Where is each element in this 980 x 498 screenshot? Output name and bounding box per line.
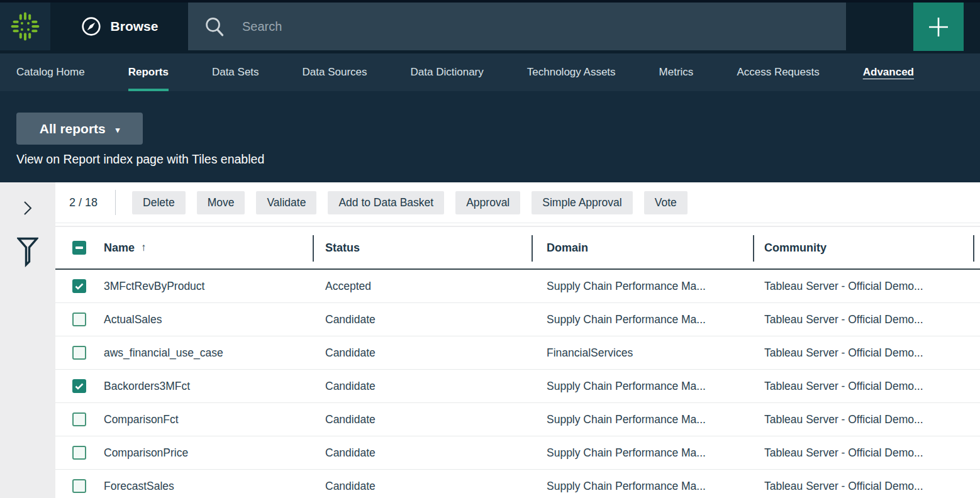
table-row[interactable]: Backorders3MFct Candidate Supply Chain P… (55, 370, 980, 403)
compass-icon (81, 16, 102, 37)
row-checkbox[interactable] (72, 479, 86, 493)
table-row[interactable]: ComparisonPrice Candidate Supply Chain P… (55, 436, 980, 470)
cell-community: Tableau Server - Official Demo... (753, 413, 974, 426)
cell-community: Tableau Server - Official Demo... (753, 480, 974, 493)
toolbar-button-vote[interactable]: Vote (644, 191, 688, 214)
table-row[interactable]: 3MFctRevByProduct Accepted Supply Chain … (55, 270, 980, 303)
cell-name[interactable]: 3MFctRevByProduct (104, 280, 313, 293)
row-checkbox[interactable] (72, 446, 86, 460)
column-label-name: Name (104, 241, 135, 255)
nav-tab-label: Access Requests (737, 66, 819, 79)
collibra-logo-icon (9, 10, 42, 43)
indeterminate-icon (75, 246, 83, 249)
cell-status: Candidate (313, 413, 532, 426)
table-row[interactable]: ComparisonFct Candidate Supply Chain Per… (55, 403, 980, 436)
tab-metrics[interactable]: Metrics (659, 53, 694, 91)
toolbar-button-move[interactable]: Move (197, 191, 245, 214)
toolbar-button-validate[interactable]: Validate (256, 191, 316, 214)
header-cell-domain[interactable]: Domain (532, 227, 753, 268)
sidebar-expand-button[interactable] (19, 197, 36, 221)
chevron-down-icon: ▾ (116, 125, 120, 135)
table-row[interactable]: ForecastSales Candidate Supply Chain Per… (55, 470, 980, 498)
column-label-community: Community (764, 241, 827, 255)
toolbar-button-simple-approval[interactable]: Simple Approval (532, 191, 632, 214)
cell-domain: Supply Chain Performance Ma... (532, 313, 753, 326)
nav-tab-label: Data Sources (303, 66, 367, 79)
row-checkbox[interactable] (72, 412, 86, 426)
nav-tab-label: Catalog Home (16, 66, 85, 79)
app-logo[interactable] (0, 3, 50, 50)
browse-menu[interactable]: Browse (50, 3, 188, 50)
cell-name[interactable]: aws_financial_use_case (104, 346, 313, 360)
column-label-domain: Domain (547, 241, 588, 255)
cell-community: Tableau Server - Official Demo... (753, 313, 974, 326)
nav-tab-label: Data Sets (212, 66, 259, 79)
table-row[interactable]: ActualSales Candidate Supply Chain Perfo… (55, 303, 980, 336)
bulk-action-toolbar: 2 / 18 DeleteMoveValidateAdd to Data Bas… (55, 182, 980, 223)
cell-name[interactable]: ForecastSales (104, 480, 313, 493)
tab-data-sources[interactable]: Data Sources (303, 53, 367, 91)
search-box (188, 3, 846, 50)
cell-domain: Supply Chain Performance Ma... (532, 280, 753, 293)
cell-domain: Supply Chain Performance Ma... (532, 446, 753, 460)
cell-status: Candidate (313, 346, 532, 360)
tab-data-sets[interactable]: Data Sets (212, 53, 259, 91)
tab-technology-assets[interactable]: Technology Assets (527, 53, 616, 91)
table-body: 3MFctRevByProduct Accepted Supply Chain … (55, 270, 980, 498)
page-header: All reports ▾ View on Report index page … (0, 91, 980, 182)
cell-name[interactable]: Backorders3MFct (104, 380, 313, 393)
tab-data-dictionary[interactable]: Data Dictionary (411, 53, 484, 91)
nav-tab-label: Metrics (659, 66, 694, 79)
filter-sidebar (0, 182, 55, 498)
header-cell-name[interactable]: Name ↑ (104, 227, 313, 268)
plus-icon (926, 14, 951, 40)
tab-access-requests[interactable]: Access Requests (737, 53, 819, 91)
table-row[interactable]: aws_financial_use_case Candidate Financi… (55, 336, 980, 370)
filter-funnel-icon (17, 237, 38, 267)
toolbar-button-add-to-data-basket[interactable]: Add to Data Basket (328, 191, 444, 214)
toolbar-button-delete[interactable]: Delete (132, 191, 186, 214)
row-checkbox[interactable] (72, 379, 86, 393)
cell-domain: Supply Chain Performance Ma... (532, 380, 753, 393)
cell-domain: Supply Chain Performance Ma... (532, 413, 753, 426)
column-label-status: Status (325, 241, 360, 255)
add-asset-button[interactable] (913, 3, 964, 51)
row-checkbox[interactable] (72, 279, 86, 293)
header-cell-community[interactable]: Community (753, 227, 974, 268)
cell-name[interactable]: ComparisonPrice (104, 446, 313, 460)
cell-name[interactable]: ComparisonFct (104, 413, 313, 426)
tab-catalog-home[interactable]: Catalog Home (16, 53, 85, 91)
header-cell-status[interactable]: Status (313, 227, 532, 268)
cell-name[interactable]: ActualSales (104, 313, 313, 326)
row-checkbox[interactable] (72, 313, 86, 326)
nav-tabs: Catalog Home Reports Data Sets Data Sour… (0, 53, 980, 91)
toolbar-divider (115, 190, 116, 215)
nav-tab-label: Data Dictionary (411, 66, 484, 79)
cell-community: Tableau Server - Official Demo... (753, 280, 974, 293)
cell-status: Candidate (313, 380, 532, 393)
tab-advanced[interactable]: Advanced (863, 53, 914, 91)
topbar-spacer (846, 3, 913, 50)
filter-button[interactable] (14, 235, 41, 272)
sort-asc-icon: ↑ (141, 241, 147, 254)
row-checkbox[interactable] (72, 346, 86, 360)
tab-reports[interactable]: Reports (128, 53, 169, 91)
cell-community: Tableau Server - Official Demo... (753, 446, 974, 460)
nav-tab-label: Reports (128, 66, 169, 79)
cell-community: Tableau Server - Official Demo... (753, 346, 974, 360)
table-header: Name ↑ Status Domain Community (55, 226, 980, 270)
cell-domain: FinancialServices (532, 346, 753, 360)
selection-count: 2 / 18 (69, 196, 97, 209)
select-all-checkbox[interactable] (72, 241, 86, 255)
header-cell-checkbox (55, 227, 104, 268)
cell-status: Candidate (313, 446, 532, 460)
page-subtitle: View on Report index page with Tiles ena… (16, 152, 980, 167)
all-reports-dropdown[interactable]: All reports ▾ (16, 113, 143, 145)
chevron-right-icon (22, 200, 33, 216)
cell-status: Candidate (313, 480, 532, 493)
search-input[interactable] (188, 3, 846, 50)
toolbar-button-approval[interactable]: Approval (455, 191, 520, 214)
cell-domain: Supply Chain Performance Ma... (532, 480, 753, 493)
cell-status: Candidate (313, 313, 532, 326)
toolbar-buttons: DeleteMoveValidateAdd to Data BasketAppr… (132, 191, 688, 214)
